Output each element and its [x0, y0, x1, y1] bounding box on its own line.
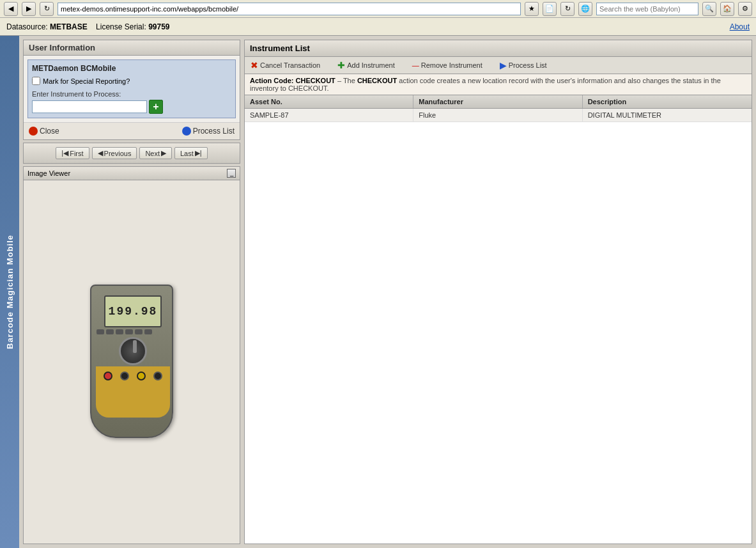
- mm-btn-2: [106, 329, 114, 334]
- remove-label: Remove Instrument: [421, 61, 482, 69]
- button-row-top: [96, 329, 152, 334]
- instrument-input-group: +: [32, 100, 231, 114]
- image-viewer-body: 199.98: [24, 180, 240, 542]
- multimeter-bottom-yellow: [96, 366, 170, 418]
- license-label: License Serial:: [96, 22, 146, 31]
- info-bar: Datasource: METBASE License Serial: 9975…: [0, 18, 756, 36]
- image-viewer-header: Image Viewer ⎯: [24, 167, 240, 180]
- last-icon: ▶|: [195, 149, 202, 157]
- next-label: Next: [145, 150, 160, 157]
- main-content: User Information METDaemon BCMobile Mark…: [19, 36, 756, 548]
- port-red: [104, 372, 112, 380]
- instrument-table: Asset No. Manufacturer Description SAMPL…: [244, 95, 752, 544]
- datasource-label: Datasource:: [6, 22, 48, 31]
- port-black: [120, 372, 129, 380]
- close-label: Close: [40, 127, 59, 136]
- reload-icon[interactable]: ↻: [560, 2, 575, 16]
- first-label: First: [70, 150, 83, 157]
- col-description: Description: [583, 95, 752, 108]
- col-manufacturer: Manufacturer: [413, 95, 582, 108]
- add-label: Add Instrument: [347, 61, 395, 69]
- multimeter-dial: [119, 337, 147, 365]
- address-bar[interactable]: [58, 3, 521, 15]
- user-info-container: User Information METDaemon BCMobile Mark…: [23, 40, 240, 140]
- port-yellow: [137, 372, 146, 380]
- add-instrument-small-button[interactable]: +: [149, 100, 163, 114]
- navigation-row: |◀ First ◀ Previous Next ▶ Last ▶|: [23, 143, 240, 164]
- datasource-value: METBASE: [50, 22, 88, 31]
- browser-icon: 🌐: [578, 2, 592, 16]
- sidebar: Barcode Magician Mobile: [0, 36, 19, 548]
- process-icon: ▶: [500, 60, 507, 70]
- back-button[interactable]: ◀: [4, 2, 18, 16]
- multimeter-image: 199.98: [90, 285, 173, 438]
- image-viewer-title: Image Viewer: [27, 169, 70, 177]
- close-icon: [29, 127, 38, 136]
- multimeter-screen: 199.98: [104, 295, 162, 327]
- table-header: Asset No. Manufacturer Description: [245, 95, 752, 109]
- search-go-button[interactable]: 🔍: [702, 2, 716, 16]
- close-button[interactable]: Close: [29, 127, 59, 136]
- left-panel: User Information METDaemon BCMobile Mark…: [23, 40, 240, 544]
- search-input[interactable]: [596, 3, 698, 15]
- table-row[interactable]: SAMPLE-87 Fluke DIGITAL MULTIMETER: [245, 109, 752, 122]
- instrument-toolbar: ✖ Cancel Transaction ✚ Add Instrument — …: [244, 56, 752, 74]
- mm-btn-4: [125, 329, 133, 334]
- cell-description: DIGITAL MULTIMETER: [583, 109, 752, 121]
- process-label: Process List: [509, 61, 547, 69]
- col-asset-no: Asset No.: [245, 95, 413, 108]
- sidebar-label: Barcode Magician Mobile: [5, 235, 15, 349]
- cell-manufacturer: Fluke: [413, 109, 582, 121]
- mm-btn-1: [96, 329, 104, 334]
- about-link[interactable]: About: [730, 22, 750, 31]
- browser-chrome: ◀ ▶ ↻ ★ 📄 ↻ 🌐 🔍 🏠 ⚙: [0, 0, 756, 18]
- first-button[interactable]: |◀ First: [56, 147, 89, 159]
- cancel-icon: ✖: [251, 60, 258, 70]
- refresh-button[interactable]: ↻: [40, 2, 54, 16]
- previous-label: Previous: [104, 150, 132, 157]
- cancel-transaction-button[interactable]: ✖ Cancel Transaction: [249, 59, 322, 71]
- favorites-icon[interactable]: ★: [525, 2, 539, 16]
- special-reporting-label: Mark for Special Reporting?: [43, 77, 130, 85]
- port-black2: [153, 372, 162, 380]
- app-layout: Barcode Magician Mobile User Information…: [0, 36, 756, 548]
- first-icon: |◀: [61, 149, 68, 157]
- compat-icon[interactable]: 📄: [543, 2, 557, 16]
- mm-btn-3: [116, 329, 123, 334]
- action-code-text: Action Code: CHECKOUT – The CHECKOUT act…: [250, 77, 721, 92]
- process-list-toolbar-button[interactable]: ▶ Process List: [498, 59, 549, 71]
- process-list-label: Process List: [193, 127, 235, 136]
- user-info-section: METDaemon BCMobile Mark for Special Repo…: [27, 59, 236, 118]
- home-button[interactable]: 🏠: [720, 2, 734, 16]
- special-reporting-row: Mark for Special Reporting?: [32, 77, 231, 85]
- last-label: Last: [180, 150, 194, 157]
- instrument-input[interactable]: [32, 100, 147, 113]
- user-info-header: User Information: [23, 40, 240, 55]
- instrument-list-header: Instrument List: [244, 40, 752, 56]
- instrument-input-row: Enter Instrument to Process: +: [32, 90, 231, 114]
- forward-button[interactable]: ▶: [22, 2, 36, 16]
- mm-btn-6: [144, 329, 152, 334]
- next-button[interactable]: Next ▶: [139, 147, 172, 159]
- process-list-button[interactable]: Process List: [182, 127, 235, 136]
- process-list-icon: [182, 127, 191, 136]
- settings-button[interactable]: ⚙: [738, 2, 752, 16]
- action-code-separator: –: [337, 77, 343, 84]
- instrument-input-label: Enter Instrument to Process:: [32, 90, 231, 98]
- minimize-button[interactable]: ⎯: [227, 169, 236, 178]
- special-reporting-checkbox[interactable]: [32, 77, 40, 85]
- user-section-title: METDaemon BCMobile: [32, 64, 231, 73]
- user-info-body: METDaemon BCMobile Mark for Special Repo…: [23, 55, 240, 140]
- remove-instrument-button[interactable]: — Remove Instrument: [410, 61, 484, 70]
- cancel-label: Cancel Transaction: [260, 61, 320, 69]
- previous-button[interactable]: ◀ Previous: [92, 147, 137, 159]
- mm-btn-5: [135, 329, 143, 334]
- screen-value: 199.98: [109, 305, 158, 318]
- add-instrument-button[interactable]: ✚ Add Instrument: [336, 59, 397, 71]
- action-row: Close Process List: [24, 122, 240, 139]
- right-panel: Instrument List ✖ Cancel Transaction ✚ A…: [244, 40, 752, 544]
- remove-icon: —: [412, 61, 419, 69]
- last-button[interactable]: Last ▶|: [174, 147, 208, 159]
- image-viewer-panel: Image Viewer ⎯ 199.98: [23, 166, 240, 544]
- next-icon: ▶: [161, 149, 166, 157]
